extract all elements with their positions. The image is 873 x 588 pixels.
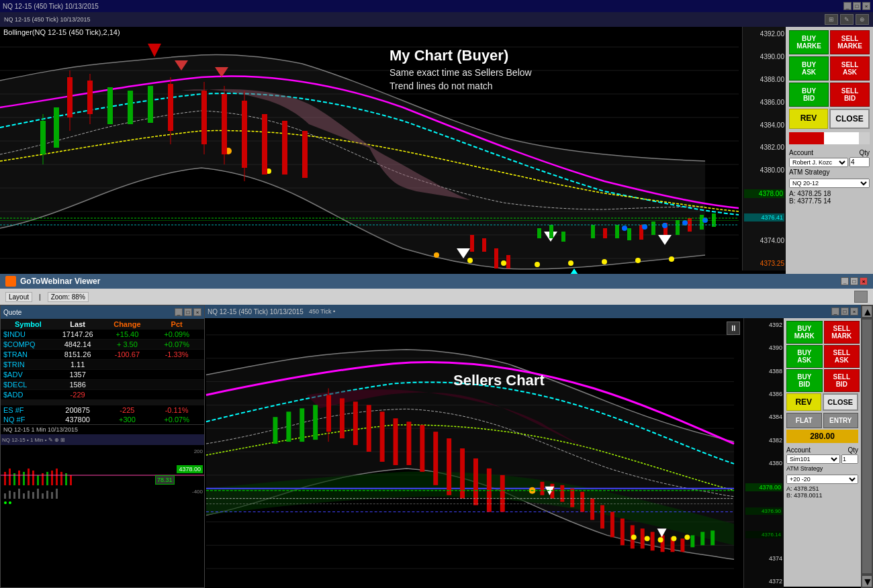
s-buy-bid-btn[interactable]: BUY BID	[786, 369, 823, 392]
seller-minimize[interactable]: _	[831, 307, 839, 315]
svg-point-16	[467, 258, 473, 263]
s-buy-market-btn[interactable]: BUY MARK	[786, 321, 823, 344]
s-account-label: Account	[786, 446, 811, 454]
svg-rect-60	[549, 225, 553, 238]
seller-close[interactable]: ×	[850, 307, 858, 315]
sell-market-btn[interactable]: SELL MARKE	[830, 30, 870, 54]
svg-rect-140	[300, 408, 304, 442]
svg-point-75	[662, 223, 668, 228]
svg-rect-127	[367, 405, 371, 452]
svg-rect-125	[340, 398, 344, 438]
toolbar-icon-3[interactable]: ⊕	[856, 14, 869, 25]
pause-btn[interactable]: ⏸	[727, 322, 740, 335]
s-buy-ask-btn[interactable]: BUY ASK	[786, 345, 823, 368]
svg-rect-30	[87, 81, 93, 114]
svg-rect-157	[690, 535, 694, 547]
svg-rect-48	[40, 121, 46, 154]
s-atm-select[interactable]: +20 -20	[786, 475, 858, 484]
scroll-up-btn[interactable]: ▲	[862, 306, 872, 317]
s-price-4388: 4388	[745, 368, 782, 375]
svg-rect-85	[23, 472, 25, 485]
quote-minimize[interactable]: _	[175, 308, 183, 316]
svg-rect-59	[537, 228, 541, 238]
buy-ask-btn[interactable]: BUY ASK	[789, 56, 829, 81]
quote-maximize[interactable]: □	[184, 308, 192, 316]
svg-rect-159	[710, 530, 715, 545]
b-value-top: B: 4377.75 14	[789, 197, 870, 205]
account-label-top: Account	[789, 149, 813, 156]
price-4374: 4374.00	[744, 237, 784, 244]
svg-rect-57	[494, 248, 498, 268]
svg-rect-137	[500, 475, 505, 512]
mini-price: 4378.00	[177, 465, 203, 473]
maximize-btn[interactable]: □	[853, 2, 861, 10]
toolbar-icon-1[interactable]: ⊞	[825, 14, 838, 25]
s-close-btn[interactable]: CLOSE	[823, 393, 859, 411]
s-account-select[interactable]: Sim101	[786, 454, 840, 464]
goto-close[interactable]: ×	[860, 277, 868, 285]
goto-minimize[interactable]: _	[841, 277, 849, 285]
scroll-thumb[interactable]	[862, 320, 872, 573]
svg-rect-99	[13, 492, 15, 499]
sell-ask-btn[interactable]: SELL ASK	[830, 56, 870, 81]
s-entry-btn[interactable]: ENTRY	[823, 413, 859, 428]
rev-btn-top[interactable]: REV	[789, 109, 828, 129]
s-sell-bid-btn[interactable]: SELL BID	[824, 369, 860, 392]
col-last: Last	[53, 320, 103, 328]
svg-rect-135	[473, 458, 478, 505]
s-qty-input[interactable]	[841, 454, 858, 464]
qty-input-top[interactable]	[849, 157, 870, 167]
price-4380: 4380.00	[744, 166, 784, 174]
toolbar-icon-2[interactable]: ✎	[840, 14, 854, 25]
mini-ticker: NQ 12-15 • 1 Min •	[2, 437, 47, 443]
zoom-btn[interactable]: Zoom: 88%	[48, 292, 89, 302]
quote-close[interactable]: ×	[193, 308, 201, 316]
account-select-top[interactable]: Robert J. Kozc	[789, 158, 848, 167]
top-titlebar: NQ 12-15 (450 Tick) 10/13/2015 _ □ ×	[0, 0, 873, 12]
s-sell-ask-btn[interactable]: SELL ASK	[824, 345, 860, 368]
svg-rect-61	[561, 232, 565, 242]
s-rev-btn[interactable]: REV	[786, 393, 821, 411]
goto-settings-icon[interactable]	[854, 291, 868, 303]
buy-market-btn[interactable]: BUY MARKE	[789, 30, 829, 54]
buy-bid-btn[interactable]: BUY BID	[789, 83, 829, 107]
close-btn-top2[interactable]: CLOSE	[829, 109, 870, 129]
minimize-btn[interactable]: _	[843, 2, 852, 10]
goto-maximize[interactable]: □	[850, 277, 858, 285]
layout-btn[interactable]: Layout	[5, 292, 32, 302]
s-flat-btn[interactable]: FLAT	[786, 413, 822, 428]
svg-rect-130	[406, 422, 411, 465]
svg-rect-122	[326, 395, 331, 432]
svg-rect-95	[70, 475, 72, 485]
seller-maximize[interactable]: □	[841, 307, 849, 315]
svg-rect-71	[700, 215, 704, 230]
svg-rect-138	[273, 417, 277, 444]
seller-vertical-scrollbar[interactable]: ▲ ▼	[861, 305, 873, 588]
chart-subtitle1: Same exact time as Sellers Below	[389, 67, 532, 78]
s-price-4390: 4390	[745, 344, 782, 351]
top-right-panel: BUY MARKE SELL MARKE BUY ASK SELL ASK BU…	[786, 27, 873, 285]
svg-rect-67	[651, 222, 655, 235]
s-price-current2: 4376.90	[745, 507, 782, 515]
current-price-green: 4378.00	[744, 189, 784, 198]
svg-rect-58	[506, 255, 510, 268]
svg-rect-145	[570, 489, 574, 507]
s-price-4372: 4372	[745, 578, 782, 585]
goto-titlebar: GoToWebinar Viewer _ □ ×	[0, 274, 873, 289]
svg-rect-54	[148, 86, 153, 123]
svg-rect-93	[60, 472, 62, 485]
chart-title: My Chart (Buyer)	[389, 47, 532, 64]
close-btn-top[interactable]: ×	[862, 2, 870, 10]
svg-rect-133	[447, 438, 451, 495]
sell-bid-btn[interactable]: SELL BID	[830, 83, 870, 107]
svg-rect-147	[590, 499, 594, 520]
goto-title-text: GoToWebinar Viewer	[20, 277, 100, 286]
zoom-display: |	[39, 293, 41, 301]
svg-rect-103	[32, 492, 34, 499]
scroll-down-btn[interactable]: ▼	[862, 576, 872, 587]
s-sell-market-btn[interactable]: SELL MARK	[824, 321, 860, 344]
svg-rect-106	[46, 491, 48, 499]
atm-select-top[interactable]: NQ 20-12	[789, 179, 870, 188]
svg-rect-53	[128, 91, 133, 124]
quote-title-text: Quote	[3, 309, 21, 316]
